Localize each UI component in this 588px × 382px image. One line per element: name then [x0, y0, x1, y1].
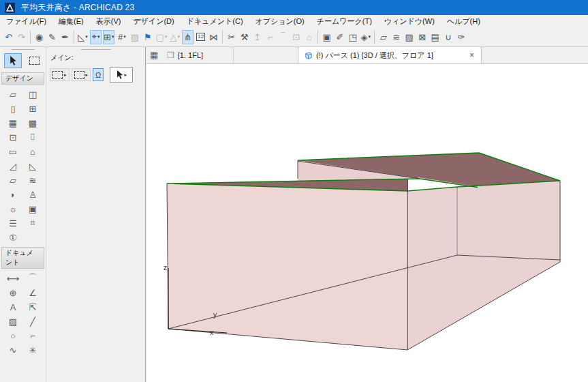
dropdown-caret-icon[interactable]: ▾	[177, 34, 180, 40]
tool-shell[interactable]: ◿	[3, 159, 23, 173]
complex-profile-icon[interactable]: ∪	[442, 30, 454, 44]
menu-options[interactable]: オプション(O)	[249, 15, 311, 28]
morph-icon[interactable]: ◳	[347, 30, 358, 44]
menu-bar: ファイル(F)編集(E)表示(V)デザイン(D)ドキュメント(C)オプション(O…	[0, 15, 588, 27]
tab-label: [1. 1FL]	[178, 51, 203, 59]
right-wall-face	[407, 181, 560, 350]
grid-snap-icon[interactable]: #▾	[116, 30, 127, 44]
split-icon[interactable]: ⚒	[238, 30, 250, 44]
marquee-tool-button[interactable]	[25, 53, 43, 68]
tab-close-icon[interactable]: ×	[468, 50, 476, 60]
tool-shell-2[interactable]: ◺	[23, 159, 43, 173]
tool-panel[interactable]: ⊡	[3, 130, 23, 144]
zoom-select-icon[interactable]: ◉	[33, 30, 45, 44]
paint-fill-icon[interactable]: ◈▾	[360, 30, 371, 44]
tool-dimension[interactable]: ⟷	[3, 271, 23, 285]
guide-lines-icon[interactable]: ◺▾	[77, 30, 89, 44]
tool-text[interactable]: A	[3, 300, 23, 314]
undo-icon[interactable]: ↶	[3, 30, 14, 44]
menu-document[interactable]: ドキュメント(C)	[181, 15, 249, 28]
marquee-elements-button[interactable]: ▸	[50, 68, 69, 81]
stretch-icon[interactable]: ⋈	[208, 30, 219, 44]
tool-zone[interactable]: ▣	[23, 202, 43, 216]
infobox-drag-handle[interactable]	[81, 49, 111, 50]
snap-guides-icon[interactable]: ⌖▾	[90, 30, 102, 44]
freehand-sketch-icon[interactable]: ✐	[334, 30, 345, 44]
menu-design[interactable]: デザイン(D)	[127, 15, 180, 28]
magnet-snap-button[interactable]: Ω	[93, 68, 104, 81]
trim-icon[interactable]: ✂	[226, 30, 237, 44]
dropdown-caret-icon[interactable]: ▾	[112, 34, 114, 40]
tool-angle-dimension[interactable]: ∠	[23, 286, 43, 299]
tool-stair[interactable]: ☰	[3, 216, 23, 230]
toolbox-section-header[interactable]: デザイン	[1, 72, 44, 85]
tool-column[interactable]: ⌷	[23, 130, 43, 144]
tool-window[interactable]: ⊞	[23, 102, 43, 115]
tool-curtain-wall[interactable]: ▦	[3, 116, 23, 130]
tool-object[interactable]: ♙	[23, 188, 43, 201]
toolbar: ↶↷◉✎✒◺▾⌖▾⊞▾#▾▨⚑▢▾△▾⋔12⋈✂⚒↥⌐⌒⊡⌂▣✐◳◈▾▱≋▨⊠▤…	[0, 27, 588, 47]
pick-up-parameters-icon[interactable]: ✎	[46, 30, 58, 44]
wall-hatch-icon[interactable]: ▤	[429, 30, 441, 44]
menu-help[interactable]: ヘルプ(H)	[441, 15, 486, 28]
brush-icon[interactable]: ✑	[455, 30, 467, 44]
menu-view[interactable]: 表示(V)	[90, 15, 127, 28]
title-bar: 平均天井高さ - ARCHICAD 23	[0, 0, 588, 15]
tool-slab[interactable]: ▱	[3, 173, 23, 187]
coordinate-tracker-icon[interactable]: ⊞▾	[103, 30, 114, 44]
menu-edit[interactable]: 編集(E)	[52, 15, 90, 28]
survey-tool-icon[interactable]: ⋔	[182, 30, 194, 44]
tool-circle[interactable]: ○	[3, 329, 23, 342]
roof-accessory-icon[interactable]: ≋	[390, 30, 402, 44]
measure-icon[interactable]: 12	[195, 30, 206, 44]
tool-beam[interactable]: ▭	[3, 145, 23, 158]
tool-spline[interactable]: ∿	[3, 343, 23, 357]
edit-nodes-icon[interactable]: ▣	[321, 30, 332, 44]
tool-radial-dimension[interactable]: ⌒	[23, 271, 43, 285]
tool-line[interactable]: ╱	[23, 314, 43, 328]
hatch-3d-icon[interactable]: ⊠	[416, 30, 428, 44]
toolbox-grid: ⟷⌒⊕∠A⇱▨╱○⌐∿✳	[0, 270, 46, 358]
tool-label[interactable]: ⇱	[23, 300, 43, 314]
dropdown-caret-icon[interactable]: ▾	[368, 34, 371, 40]
slab-accessory-icon[interactable]: ▱	[377, 30, 389, 44]
dropdown-caret-icon[interactable]: ▾	[85, 34, 88, 40]
tab-floor-plan[interactable]: ❐ [1. 1FL]	[161, 47, 234, 63]
quad-view-icon[interactable]: ▦	[150, 50, 158, 60]
magnet-icon: Ω	[95, 71, 101, 79]
viewport-3d[interactable]: z y x	[146, 64, 588, 382]
arrow-tool-button[interactable]	[4, 53, 22, 68]
toolbar-separator	[30, 30, 31, 44]
marquee-select-button[interactable]: ▸	[72, 68, 91, 81]
toolbox-section-header[interactable]: ドキュメント	[1, 247, 44, 269]
tool-roof[interactable]: ⌂	[23, 145, 43, 158]
inject-parameters-icon[interactable]: ✒	[59, 30, 71, 44]
menu-teamwork[interactable]: チームワーク(T)	[311, 15, 378, 28]
tool-level-dimension[interactable]: ⊕	[3, 286, 23, 299]
dropdown-caret-icon[interactable]: ▾	[123, 34, 126, 40]
fill-hatch-icon[interactable]: ▨	[403, 30, 415, 44]
tool-mesh[interactable]: ≋	[23, 173, 43, 187]
tool-hotspot[interactable]: ✳	[23, 343, 43, 357]
toolbox-drag-handle[interactable]	[12, 49, 35, 50]
dropdown-caret-icon[interactable]: ▾	[97, 34, 100, 40]
tab-3d-perspective[interactable]: (!) パース (1) [3D / 選択、フロア 1] ×	[298, 47, 482, 63]
tool-railing[interactable]: ⌗	[23, 216, 43, 230]
dropdown-caret-icon[interactable]: ▾	[165, 34, 168, 40]
tool-shell-3[interactable]: ◗	[3, 188, 23, 201]
tool-composite-wall[interactable]: ◫	[23, 87, 43, 101]
menu-window[interactable]: ウィンドウ(W)	[378, 15, 441, 28]
menu-file[interactable]: ファイル(F)	[0, 15, 52, 28]
virtual-trace-icon[interactable]: ⚑	[142, 30, 153, 44]
selection-tools-row	[0, 51, 46, 71]
toolbox-grid: ▱◫▯⊞▦▩⊡⌷▭⌂◿◺▱≋◗♙☼▣☰⌗①	[0, 86, 46, 246]
tool-polyline[interactable]: ⌐	[23, 329, 43, 342]
arrow-mode-button[interactable]: ▸	[110, 67, 133, 83]
tool-curtain-wall-grid[interactable]: ▩	[23, 116, 43, 130]
tool-change-marker[interactable]: ①	[3, 231, 23, 244]
tool-lamp[interactable]: ☼	[3, 202, 23, 216]
axis-label-z: z	[164, 264, 167, 271]
tool-wall[interactable]: ▱	[3, 87, 23, 101]
tool-fill[interactable]: ▨	[3, 314, 23, 328]
tool-door[interactable]: ▯	[3, 102, 23, 115]
